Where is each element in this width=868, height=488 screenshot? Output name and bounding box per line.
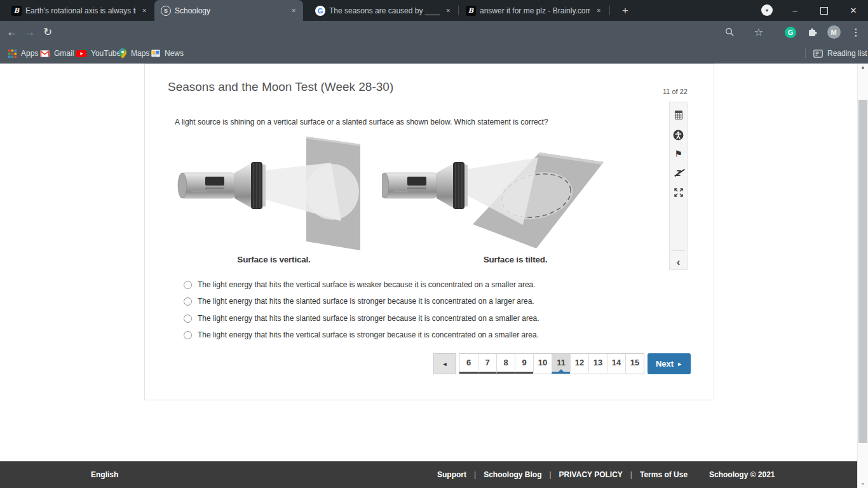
- avatar: M: [827, 25, 841, 39]
- page-12[interactable]: 12: [570, 354, 588, 374]
- bookmarks-bar: Apps Gmail YouTube: [0, 43, 868, 64]
- pagination: ◄ 6 7 8 9 10 11 12 13 14 15 Next ►: [433, 353, 691, 374]
- maximize-icon: [820, 7, 828, 15]
- minimize-button[interactable]: –: [780, 0, 810, 21]
- answer-eliminator-icon[interactable]: Z: [670, 166, 687, 180]
- grammarly-icon: G: [785, 27, 796, 38]
- browser-menu-icon[interactable]: ⋮: [850, 21, 862, 43]
- footer-link-terms[interactable]: Terms of Use: [640, 470, 688, 479]
- browser-window: B Earth's rotational axis is always ti ✕…: [0, 0, 868, 488]
- maps-pin-icon: [119, 48, 126, 58]
- scroll-down-arrow-icon[interactable]: ▼: [858, 482, 868, 486]
- schoology-favicon: S: [161, 6, 171, 16]
- gmail-icon: [40, 50, 50, 57]
- option-label: The light energy that hits the vertical …: [198, 280, 536, 289]
- accessibility-icon[interactable]: [670, 128, 687, 142]
- youtube-icon: [76, 50, 86, 57]
- option-label: The light energy that hits the slanted s…: [198, 297, 534, 306]
- grammarly-extension-icon[interactable]: G: [784, 21, 797, 43]
- flag-question-icon[interactable]: ⚑: [670, 147, 687, 161]
- bookmark-label: News: [165, 49, 184, 58]
- answer-option-1[interactable]: The light energy that hits the vertical …: [184, 280, 536, 289]
- tab-title: Schoology: [175, 6, 285, 15]
- fullscreen-icon[interactable]: [670, 186, 687, 200]
- brainly-favicon: B: [466, 6, 476, 16]
- page-13[interactable]: 13: [588, 354, 607, 374]
- extensions-puzzle-icon[interactable]: [806, 21, 818, 43]
- page-list: 6 7 8 9 10 11 12 13 14 15: [459, 353, 644, 374]
- scrollbar-thumb[interactable]: [858, 100, 867, 443]
- answer-option-4[interactable]: The light energy that hits the vertical …: [184, 330, 539, 339]
- radio-button[interactable]: [184, 297, 192, 306]
- tab-close-icon[interactable]: ✕: [140, 6, 149, 15]
- bookmark-news[interactable]: News: [151, 43, 184, 64]
- calculator-icon[interactable]: [670, 108, 687, 122]
- next-label: Next: [656, 359, 674, 369]
- tab-title: answer it for me plz - Brainly.com: [480, 6, 590, 15]
- tab-brainly-2[interactable]: B answer it for me plz - Brainly.com ✕: [459, 0, 608, 21]
- figure-tilted-surface: [382, 125, 611, 264]
- tab-brainly-1[interactable]: B Earth's rotational axis is always ti ✕: [5, 0, 154, 21]
- bookmark-maps[interactable]: Maps: [119, 43, 149, 64]
- footer-separator: |: [630, 470, 632, 479]
- page-11-current[interactable]: 11: [552, 354, 570, 374]
- bookmark-youtube[interactable]: YouTube: [76, 43, 121, 64]
- language-selector[interactable]: English: [91, 461, 118, 488]
- answer-option-2[interactable]: The light energy that hits the slanted s…: [184, 297, 534, 306]
- back-button[interactable]: ←: [4, 21, 20, 43]
- bookmark-star-icon[interactable]: ☆: [752, 21, 765, 43]
- page-14[interactable]: 14: [607, 354, 625, 374]
- tab-google-search[interactable]: G The seasons are caused by _____ ✕: [309, 0, 458, 21]
- tool-panel-divider: [672, 250, 685, 251]
- next-button[interactable]: Next ►: [648, 353, 691, 374]
- maximize-button[interactable]: [810, 0, 839, 21]
- radio-button[interactable]: [184, 315, 192, 323]
- reading-list-button[interactable]: Reading list: [813, 43, 867, 64]
- page-15[interactable]: 15: [625, 354, 644, 374]
- figure-vertical-surface: [172, 125, 382, 261]
- previous-page-button[interactable]: ◄: [433, 353, 456, 374]
- footer-link-support[interactable]: Support: [437, 470, 466, 479]
- answer-option-3[interactable]: The light energy that hits the slanted s…: [184, 314, 539, 323]
- bookmark-apps[interactable]: Apps: [8, 43, 38, 64]
- close-window-button[interactable]: ✕: [839, 0, 868, 21]
- collapse-panel-chevron-icon[interactable]: ‹: [670, 255, 687, 269]
- scroll-up-arrow-icon[interactable]: ▲: [858, 65, 868, 69]
- page-7[interactable]: 7: [478, 354, 496, 374]
- radio-button[interactable]: [184, 331, 192, 339]
- assessment-tool-panel: ⚑ Z ‹: [669, 102, 688, 270]
- footer-link-privacy[interactable]: PRIVACY POLICY: [559, 470, 623, 479]
- question-progress: 11 of 22: [663, 88, 688, 95]
- footer-separator: |: [474, 470, 476, 479]
- bookmark-label: YouTube: [91, 49, 121, 58]
- profile-avatar[interactable]: M: [826, 21, 841, 43]
- option-label: The light energy that hits the vertical …: [198, 330, 539, 339]
- page-8[interactable]: 8: [496, 354, 515, 374]
- radio-button[interactable]: [184, 281, 192, 289]
- page-scrollbar[interactable]: ▲ ▼: [857, 64, 868, 488]
- reload-button[interactable]: ↻: [39, 21, 56, 43]
- search-icon[interactable]: [723, 21, 736, 43]
- forward-button[interactable]: →: [22, 21, 38, 43]
- reading-list-icon: [813, 50, 823, 58]
- current-page-caret: [559, 369, 564, 372]
- google-favicon: G: [315, 6, 325, 16]
- assessment-card: Seasons and the Moon Test (Week 28-30) 1…: [144, 64, 714, 400]
- strikethrough-z-icon: Z: [676, 168, 681, 178]
- tab-close-icon[interactable]: ✕: [444, 6, 452, 15]
- bookmark-label: Gmail: [54, 49, 74, 58]
- bookmark-label: Maps: [131, 49, 149, 58]
- new-tab-button[interactable]: +: [618, 3, 633, 18]
- tab-schoology[interactable]: S Schoology ✕: [154, 0, 303, 21]
- tab-close-icon[interactable]: ✕: [289, 6, 298, 15]
- page-10[interactable]: 10: [533, 354, 552, 374]
- news-icon: [151, 50, 160, 57]
- page-9[interactable]: 9: [515, 354, 533, 374]
- page-6[interactable]: 6: [459, 354, 478, 374]
- footer-link-blog[interactable]: Schoology Blog: [484, 470, 541, 479]
- footer: English Support | Schoology Blog | PRIVA…: [0, 461, 857, 488]
- tab-close-icon[interactable]: ✕: [594, 6, 603, 15]
- media-controls-icon[interactable]: ▼: [761, 4, 773, 16]
- bookmark-gmail[interactable]: Gmail: [40, 43, 74, 64]
- page-number: 11: [557, 358, 566, 367]
